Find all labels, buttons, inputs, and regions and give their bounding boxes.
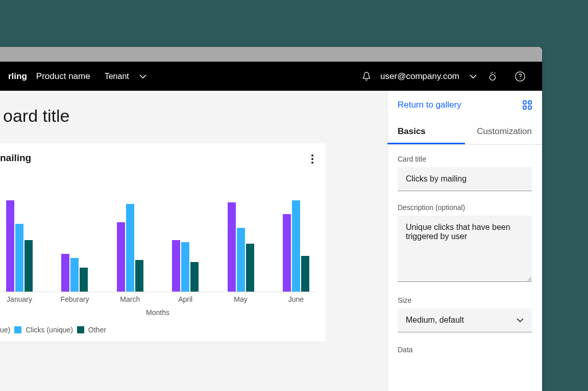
description-input[interactable]: [398, 216, 532, 282]
user-dropdown[interactable]: user@company.com: [380, 71, 477, 82]
xtick: April: [166, 295, 205, 303]
svg-rect-4: [528, 101, 531, 104]
chart-xaxis: JanuaryFeburaryMarchAprilMayJune: [0, 295, 315, 303]
theme-icon[interactable]: [487, 71, 498, 82]
bar[interactable]: [117, 222, 125, 292]
card-title-label: Card title: [398, 155, 532, 163]
xtick: May: [222, 295, 260, 303]
svg-point-2: [520, 78, 521, 79]
chevron-down-icon: [517, 318, 524, 322]
description-label: Description (optional): [398, 203, 532, 212]
tab-basics[interactable]: Basics: [387, 120, 465, 144]
user-email: user@company.com: [380, 71, 459, 82]
legend-label: Clicks (unique): [26, 326, 73, 334]
bar[interactable]: [24, 240, 33, 292]
xtick: Feburary: [55, 295, 94, 303]
bar[interactable]: [172, 240, 180, 292]
side-panel: Return to gallery Basics Customization C…: [387, 91, 542, 391]
bar-group: [222, 202, 260, 292]
bar-group: [166, 240, 205, 292]
bar[interactable]: [283, 214, 291, 292]
size-label: Size: [398, 296, 532, 304]
bar[interactable]: [70, 258, 79, 292]
gallery-grid-icon[interactable]: [523, 100, 532, 110]
xtick: January: [0, 295, 39, 303]
bar[interactable]: [61, 254, 69, 292]
bar[interactable]: [6, 200, 14, 292]
brand-name: rling: [8, 71, 27, 82]
page-title: oard title: [3, 106, 387, 126]
legend-swatch: [14, 326, 21, 333]
bar[interactable]: [292, 200, 300, 292]
return-to-gallery-link[interactable]: Return to gallery: [398, 100, 461, 110]
main-area: oard title nailing JanuaryFeburaryMarchA…: [0, 91, 387, 391]
side-tabs: Basics Customization: [387, 120, 542, 145]
svg-rect-5: [523, 106, 526, 109]
svg-point-0: [490, 74, 496, 80]
bar[interactable]: [246, 244, 254, 292]
bar-group: [0, 200, 39, 292]
card-title: nailing: [0, 152, 315, 164]
chevron-down-icon: [470, 74, 477, 79]
xtick: March: [111, 295, 150, 303]
help-icon[interactable]: [514, 71, 526, 82]
bar[interactable]: [80, 268, 88, 292]
tenant-dropdown[interactable]: Tenant: [105, 72, 146, 81]
size-select[interactable]: Medium, default: [398, 308, 532, 332]
tab-customization[interactable]: Customization: [465, 120, 543, 144]
bar-group: [111, 204, 150, 292]
bar[interactable]: [181, 242, 189, 292]
data-label: Data: [398, 346, 532, 354]
app-header: rling Product name Tenant user@company.c…: [0, 62, 542, 91]
xtick: June: [277, 295, 315, 303]
bar[interactable]: [15, 224, 23, 292]
content-area: oard title nailing JanuaryFeburaryMarchA…: [0, 91, 542, 391]
bar[interactable]: [237, 228, 245, 292]
card-menu-button[interactable]: [308, 151, 316, 167]
card-title-input[interactable]: [398, 167, 532, 191]
chart-xlabel: Months: [0, 308, 315, 317]
bar[interactable]: [126, 204, 134, 292]
legend-swatch: [77, 326, 84, 333]
chart-legend: ue) Clicks (unique) Other: [0, 326, 315, 334]
chart-card: nailing JanuaryFeburaryMarchAprilMayJune…: [0, 143, 326, 341]
bar[interactable]: [301, 256, 309, 292]
svg-rect-6: [528, 106, 531, 109]
size-value: Medium, default: [406, 316, 464, 325]
legend-label: Other: [88, 326, 106, 334]
window-chrome: [0, 47, 542, 62]
svg-rect-3: [523, 101, 526, 104]
legend-label: ue): [0, 326, 10, 334]
bar-group: [55, 254, 94, 292]
browser-window: rling Product name Tenant user@company.c…: [0, 47, 542, 391]
bar[interactable]: [190, 262, 199, 292]
chevron-down-icon: [139, 74, 146, 79]
chart-plot: [0, 175, 315, 292]
product-link[interactable]: Product name: [36, 71, 90, 82]
bar[interactable]: [135, 260, 143, 292]
bar[interactable]: [228, 202, 236, 292]
tenant-label: Tenant: [105, 72, 129, 81]
bar-group: [277, 200, 315, 292]
notifications-icon[interactable]: [361, 71, 372, 82]
